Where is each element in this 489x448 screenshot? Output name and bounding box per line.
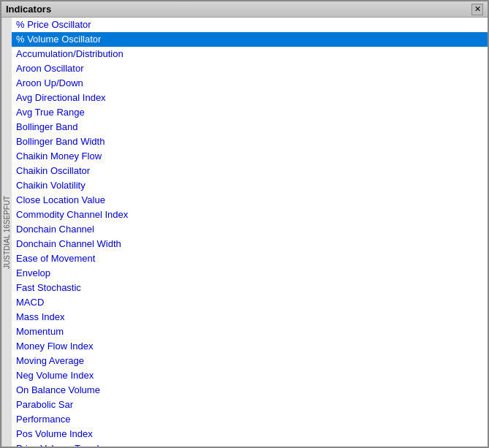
close-button[interactable]: ✕: [471, 4, 483, 15]
list-item[interactable]: On Balance Volume: [12, 383, 488, 398]
list-item[interactable]: Mass Index: [12, 310, 488, 324]
list-item[interactable]: Accumulation/Distribution: [12, 47, 488, 61]
list-container: JUSTDIAL 16SEPFUT % Price Oscillator% Vo…: [1, 18, 488, 447]
list-item[interactable]: Moving Average: [12, 354, 488, 368]
indicators-window: Indicators ✕ JUSTDIAL 16SEPFUT % Price O…: [0, 0, 489, 448]
list-item[interactable]: Performance: [12, 412, 488, 427]
list-item[interactable]: Chaikin Volatility: [12, 178, 488, 193]
list-item[interactable]: Avg Directional Index: [12, 91, 488, 105]
list-item[interactable]: Envelop: [12, 266, 488, 281]
list-item[interactable]: Money Flow Index: [12, 339, 488, 354]
list-item[interactable]: MACD: [12, 295, 488, 310]
side-label: JUSTDIAL 16SEPFUT: [1, 18, 12, 447]
window-title: Indicators: [6, 4, 51, 15]
list-item[interactable]: % Price Oscillator: [12, 18, 488, 32]
list-item[interactable]: Price Volume Trend: [12, 441, 488, 447]
list-item[interactable]: Momentum: [12, 324, 488, 339]
list-item[interactable]: % Volume Oscillator: [12, 32, 488, 47]
list-item[interactable]: Close Location Value: [12, 193, 488, 208]
list-item[interactable]: Donchain Channel Width: [12, 237, 488, 251]
list-item[interactable]: Parabolic Sar: [12, 398, 488, 412]
list-item[interactable]: Commodity Channel Index: [12, 208, 488, 222]
list-item[interactable]: Chaikin Money Flow: [12, 149, 488, 164]
list-item[interactable]: Aroon Oscillator: [12, 61, 488, 76]
list-item[interactable]: Pos Volume Index: [12, 427, 488, 441]
title-bar: Indicators ✕: [1, 1, 488, 18]
list-item[interactable]: Ease of Movement: [12, 251, 488, 266]
list-item[interactable]: Fast Stochastic: [12, 281, 488, 295]
list-item[interactable]: Bollinger Band Width: [12, 134, 488, 149]
list-item[interactable]: Neg Volume Index: [12, 368, 488, 383]
list-item[interactable]: Avg True Range: [12, 105, 488, 120]
list-item[interactable]: Chaikin Oscillator: [12, 164, 488, 178]
indicators-list[interactable]: % Price Oscillator% Volume OscillatorAcc…: [12, 18, 488, 447]
list-item[interactable]: Aroon Up/Down: [12, 76, 488, 91]
list-item[interactable]: Donchain Channel: [12, 222, 488, 237]
list-item[interactable]: Bollinger Band: [12, 120, 488, 134]
